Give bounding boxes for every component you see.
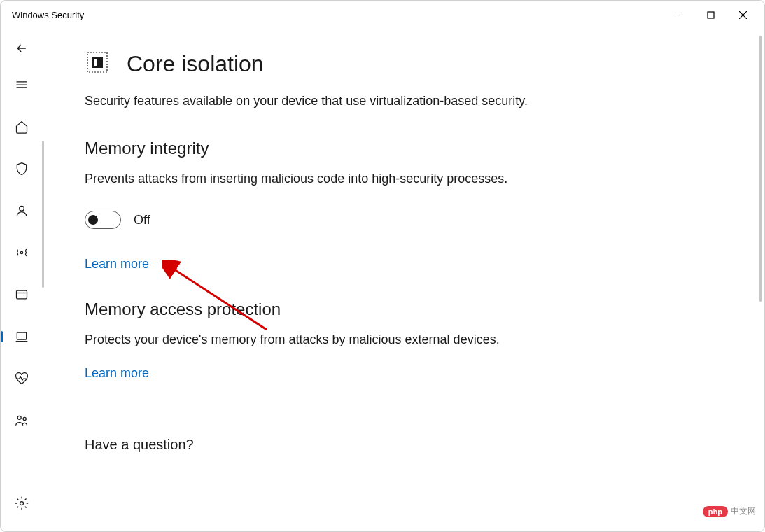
svg-point-13 (17, 416, 21, 419)
back-arrow-icon (15, 41, 29, 55)
sidebar-item-family[interactable] (8, 407, 36, 435)
svg-rect-9 (17, 290, 27, 299)
memory-access-description: Protects your device's memory from attac… (85, 330, 589, 349)
memory-integrity-description: Prevents attacks from inserting maliciou… (85, 169, 589, 188)
close-icon (739, 11, 747, 19)
svg-point-14 (23, 417, 26, 420)
memory-integrity-toggle-row: Off (85, 211, 722, 229)
sidebar-item-settings[interactable] (8, 489, 36, 517)
maximize-icon (707, 11, 715, 19)
sidebar (1, 29, 43, 531)
sidebar-item-virus[interactable] (8, 155, 36, 183)
main-scrollbar[interactable] (759, 36, 762, 302)
memory-access-title: Memory access protection (85, 300, 722, 319)
memory-integrity-toggle[interactable] (85, 211, 121, 229)
watermark: php 中文网 (703, 505, 756, 517)
menu-button[interactable] (8, 71, 36, 99)
core-isolation-icon (85, 50, 110, 78)
toggle-state-label: Off (134, 213, 150, 227)
svg-point-7 (20, 206, 24, 211)
page-description: Security features available on your devi… (85, 92, 589, 111)
sidebar-item-device-performance[interactable] (8, 365, 36, 393)
svg-point-8 (20, 251, 22, 253)
family-icon (15, 414, 29, 428)
sidebar-item-app-browser[interactable] (8, 281, 36, 309)
window-title: Windows Security (12, 10, 84, 20)
page-header: Core isolation (85, 50, 722, 78)
toggle-knob (88, 215, 98, 225)
sidebar-item-account[interactable] (8, 197, 36, 225)
minimize-icon (675, 11, 682, 19)
device-security-icon (15, 330, 29, 344)
sidebar-item-device-security[interactable] (8, 323, 36, 351)
hamburger-icon (15, 78, 29, 92)
svg-point-15 (20, 502, 24, 505)
svg-rect-1 (708, 12, 714, 18)
main-content: Core isolation Security features availab… (43, 29, 764, 531)
watermark-text: 中文网 (731, 505, 756, 517)
maximize-button[interactable] (694, 4, 727, 26)
back-button[interactable] (8, 34, 36, 62)
titlebar: Windows Security (1, 1, 764, 29)
sidebar-item-home[interactable] (8, 113, 36, 141)
memory-integrity-learn-more-link[interactable]: Learn more (85, 257, 149, 272)
sidebar-item-firewall[interactable] (8, 239, 36, 267)
shield-icon (15, 162, 29, 176)
close-button[interactable] (727, 4, 759, 26)
minimize-button[interactable] (662, 4, 694, 26)
firewall-icon (15, 246, 29, 260)
svg-rect-11 (17, 332, 26, 340)
account-icon (15, 204, 29, 218)
app-browser-icon (15, 288, 29, 302)
memory-access-learn-more-link[interactable]: Learn more (85, 366, 149, 381)
have-question-heading: Have a question? (85, 437, 722, 453)
gear-icon (15, 496, 29, 510)
home-icon (15, 120, 29, 134)
page-title: Core isolation (127, 51, 264, 77)
memory-integrity-title: Memory integrity (85, 139, 722, 158)
svg-rect-18 (94, 59, 97, 66)
svg-rect-17 (92, 57, 103, 68)
heart-health-icon (15, 372, 29, 386)
window-controls (662, 4, 759, 26)
watermark-badge: php (703, 506, 728, 517)
